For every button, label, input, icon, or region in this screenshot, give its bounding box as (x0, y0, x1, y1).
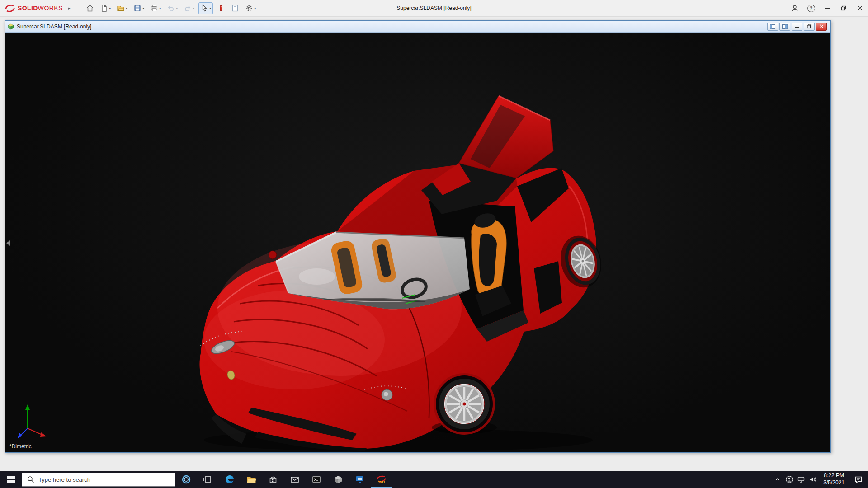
remote-desktop-button[interactable] (349, 471, 371, 488)
open-button[interactable]: ▾ (115, 2, 129, 14)
document-window-controls (767, 23, 828, 31)
task-view-button[interactable] (197, 471, 219, 488)
file-properties-button[interactable] (229, 2, 241, 14)
help-button[interactable]: ? (803, 0, 819, 16)
app-window-controls: ? (787, 0, 868, 16)
help-icon: ? (807, 5, 815, 12)
pane-right-button[interactable] (779, 23, 790, 31)
edge-icon (224, 474, 235, 485)
command-prompt-icon (311, 474, 321, 484)
undo-button[interactable]: ▾ (165, 2, 179, 14)
cortana-button[interactable] (175, 471, 197, 488)
options-button[interactable]: ▾ (243, 2, 258, 14)
brand-text-solid: SOLID (18, 5, 38, 12)
task-view-icon (203, 474, 213, 484)
orientation-triad[interactable] (9, 394, 55, 440)
caret-icon: ▾ (193, 6, 194, 10)
restore-icon (807, 24, 812, 29)
search-icon (27, 476, 34, 483)
close-icon (857, 5, 863, 11)
doc-minimize-button[interactable] (792, 23, 802, 31)
featuremanager-flyout-arrow[interactable] (6, 240, 10, 246)
volume-button[interactable] (807, 471, 819, 488)
app-close-button[interactable] (852, 0, 868, 16)
remote-desktop-icon (355, 474, 365, 484)
rebuild-icon (217, 4, 225, 12)
doc-close-button[interactable] (816, 23, 827, 31)
graphics-viewport[interactable]: *Dimetric (5, 33, 830, 452)
tray-expand-button[interactable] (772, 471, 783, 488)
assembly-icon (7, 23, 14, 30)
search-input[interactable] (38, 476, 170, 483)
tray-person-button[interactable] (783, 471, 795, 488)
brand-text-works: WORKS (38, 5, 63, 12)
file-properties-icon (231, 4, 239, 12)
doc-restore-button[interactable] (804, 23, 815, 31)
edge-button[interactable] (219, 471, 241, 488)
home-button[interactable] (84, 2, 96, 14)
save-icon (133, 4, 142, 12)
caret-icon[interactable]: ▾ (142, 6, 144, 10)
print-icon (150, 4, 158, 12)
document-window: Supercar.SLDASM [Read-only] (5, 20, 831, 453)
system-tray: 8:22 PM 3/5/2021 (772, 471, 868, 488)
clock-date: 3/5/2021 (823, 479, 844, 487)
car-front-wheel (432, 375, 497, 434)
caret-icon[interactable]: ▾ (159, 6, 161, 10)
person-icon (785, 475, 793, 483)
view-orientation-label: *Dimetric (9, 443, 32, 450)
triad-z-axis[interactable] (18, 433, 22, 438)
save-button[interactable]: ▾ (132, 2, 146, 14)
command-prompt-button[interactable] (306, 471, 327, 488)
account-button[interactable] (787, 0, 803, 16)
caret-icon[interactable]: ▾ (109, 6, 111, 10)
store-icon (268, 474, 278, 484)
app-restore-button[interactable] (835, 0, 852, 16)
open-folder-icon (117, 4, 125, 12)
3d-cube-app-button[interactable] (327, 471, 349, 488)
solidworks-taskbar-button[interactable]: 2021 (371, 471, 392, 488)
pane-left-icon (770, 24, 775, 29)
car-mirror (269, 251, 277, 259)
undo-icon (167, 4, 175, 12)
rebuild-button[interactable] (215, 2, 227, 14)
chevron-up-icon (774, 476, 781, 483)
select-button[interactable]: ▾ (198, 2, 213, 14)
start-button[interactable] (0, 471, 22, 488)
minimize-icon (795, 24, 800, 29)
document-title: Supercar.SLDASM [Read-only] (17, 23, 91, 30)
network-icon (797, 475, 805, 483)
volume-icon (809, 475, 817, 483)
triad-x-axis[interactable] (40, 432, 47, 437)
print-button[interactable]: ▾ (148, 2, 163, 14)
new-document-button[interactable]: ▾ (98, 2, 113, 14)
store-button[interactable] (262, 471, 284, 488)
redo-button[interactable]: ▾ (182, 2, 196, 14)
mail-button[interactable] (284, 471, 306, 488)
document-titlebar[interactable]: Supercar.SLDASM [Read-only] (5, 21, 830, 33)
taskbar-search[interactable] (22, 473, 175, 487)
taskbar: 2021 (0, 471, 868, 488)
caret-icon[interactable]: ▾ (254, 6, 256, 10)
app-titlebar: SOLIDWORKS ▸ ▾ ▾ (0, 0, 868, 17)
network-button[interactable] (795, 471, 807, 488)
triad-y-axis[interactable] (25, 404, 30, 410)
solidworks-version-badge: 2021 (378, 481, 385, 484)
options-gear-icon (245, 4, 253, 12)
mail-icon (290, 474, 300, 484)
close-icon (819, 24, 824, 29)
pane-left-button[interactable] (767, 23, 778, 31)
solidworks-logo: SOLIDWORKS (0, 3, 66, 13)
pane-right-icon (782, 24, 788, 29)
new-document-icon (100, 4, 108, 12)
3d-cube-app-icon (333, 474, 343, 484)
car-model-3d-view[interactable] (5, 33, 830, 452)
caret-icon[interactable]: ▾ (209, 6, 211, 10)
action-center-button[interactable] (849, 471, 868, 488)
app-minimize-button[interactable] (819, 0, 835, 16)
taskbar-clock[interactable]: 8:22 PM 3/5/2021 (819, 472, 849, 486)
caret-icon[interactable]: ▾ (126, 6, 127, 10)
file-explorer-button[interactable] (241, 471, 262, 488)
menu-expand-icon[interactable]: ▸ (66, 5, 74, 11)
clock-time: 8:22 PM (823, 472, 844, 479)
